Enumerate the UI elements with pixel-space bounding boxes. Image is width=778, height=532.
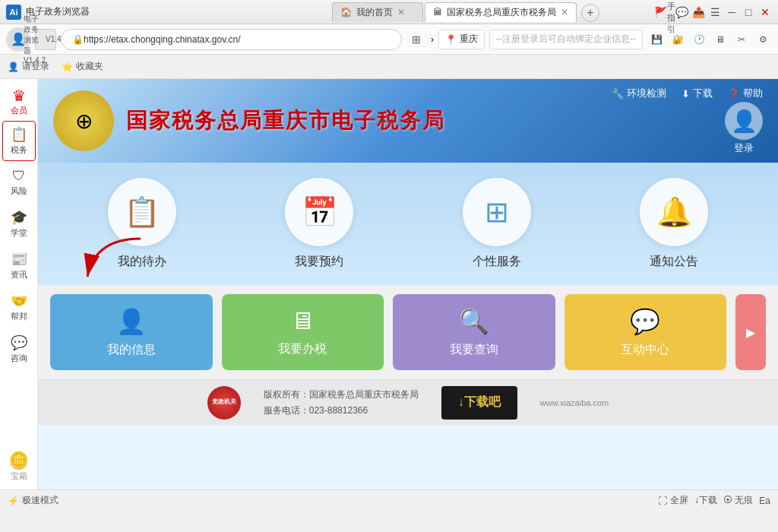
download-status-btn[interactable]: ↓下载 — [694, 494, 717, 507]
tab-home[interactable]: 🏠 我的首页 ✕ — [332, 2, 423, 22]
quick-icon-todo[interactable]: 📋 我的待办 — [108, 178, 176, 270]
tile-more[interactable]: ▶ — [735, 294, 766, 370]
tab-home-label: 我的首页 — [356, 6, 393, 19]
interaction-icon: 💬 — [630, 307, 660, 336]
app-icon: Ai — [6, 5, 21, 20]
study-icon: 🎓 — [11, 209, 27, 226]
user-login-area[interactable]: 👤 登录 — [725, 102, 763, 155]
status-bar: ⚡ 极速模式 ⛶ 全屏 ↓下载 ⦿ 无痕 Ea — [0, 489, 778, 511]
user-avatar-circle: 👤 — [725, 102, 763, 140]
tab-home-icon: 🏠 — [340, 7, 352, 17]
tile-query[interactable]: 🔍 我要查询 — [393, 294, 555, 370]
login-btn[interactable]: 👤 请登录 — [8, 60, 49, 73]
menu-btn[interactable]: ☰ — [708, 5, 722, 19]
tile-taxservice[interactable]: 🖥 我要办税 — [222, 294, 384, 370]
favorites-btn[interactable]: ⭐ 收藏夹 — [62, 60, 103, 73]
personal-label: 个性服务 — [473, 254, 521, 270]
footer-download-badge[interactable]: ↓下载吧 — [441, 386, 517, 420]
footer-copyright: 版权所有：国家税务总局重庆市税务局 — [264, 388, 419, 401]
sidebar: ♛ 会员 📋 税务 🛡 风险 🎓 学堂 📰 资讯 🤝 帮邦 💬 咨询 — [0, 79, 38, 489]
download-icon: ⬇ — [682, 88, 690, 100]
consult-icon: 💬 — [11, 334, 27, 351]
download-badge-text: ↓下载吧 — [458, 394, 501, 410]
footer-site: www.xiazaiba.com — [540, 398, 609, 407]
url-input[interactable] — [84, 34, 391, 45]
forward-btn[interactable]: › — [431, 34, 434, 45]
login-label: 登录 — [734, 141, 754, 155]
tab-tax[interactable]: 🏛 国家税务总局重庆市税务局 ✕ — [425, 2, 577, 22]
tab-home-close[interactable]: ✕ — [397, 7, 405, 17]
window-controls: 🚩 新手指引 💬 📤 ☰ ─ □ ✕ — [658, 5, 772, 19]
tabs-container: 🏠 我的首页 ✕ 🏛 国家税务总局重庆市税务局 ✕ + — [332, 2, 658, 22]
sidebar-item-consult[interactable]: 💬 咨询 — [2, 329, 36, 369]
maximize-btn[interactable]: □ — [742, 5, 755, 19]
tab-tax-close[interactable]: ✕ — [561, 7, 568, 17]
share-btn[interactable]: 📤 — [691, 5, 705, 19]
appointment-icon: 📅 — [302, 195, 337, 229]
browser-content: ⊕ 国家税务总局重庆市电子税务局 🔧 环境检测 ⬇ 下载 ❓ 帮助 — [38, 79, 778, 489]
quick-icon-personal[interactable]: ⊞ 个性服务 — [463, 178, 531, 270]
myinfo-icon: 👤 — [116, 307, 147, 336]
tax-icon: 📋 — [11, 126, 27, 143]
sidebar-treasure[interactable]: 🪙 宝箱 — [2, 446, 36, 486]
fullscreen-icon: ⛶ — [658, 496, 667, 506]
sidebar-item-news[interactable]: 📰 资讯 — [2, 245, 36, 286]
personal-circle: ⊞ — [463, 178, 531, 246]
service-tiles: 👤 我的信息 🖥 我要办税 🔍 我要查询 💬 互动中心 ▶ — [38, 285, 778, 379]
todo-circle: 📋 — [108, 178, 176, 246]
no-ads-btn[interactable]: ⦿ 无痕 — [723, 494, 753, 507]
footer-logo: 党政机关 — [207, 386, 241, 420]
site-header-tools: 🔧 环境检测 ⬇ 下载 ❓ 帮助 — [612, 87, 763, 100]
sidebar-item-tax[interactable]: 📋 税务 — [2, 121, 36, 161]
tab-tax-icon: 🏛 — [433, 7, 442, 17]
help-icon: 🤝 — [11, 293, 27, 309]
address-bar: 👤 电子政务浏览器 V1.4.2 V1.4.2 🔒 ⊞ › 📍 重庆 --注册登… — [0, 24, 778, 55]
message-btn[interactable]: 💬 — [675, 5, 688, 19]
toolbar: 👤 请登录 ⭐ 收藏夹 — [0, 55, 778, 79]
title-bar: Ai 电子政务浏览器 🏠 我的首页 ✕ 🏛 国家税务总局重庆市税务局 ✕ + 🚩… — [0, 0, 778, 24]
download-btn[interactable]: ⬇ 下载 — [682, 87, 713, 100]
newuser-btn[interactable]: 🚩 新手指引 — [658, 5, 672, 19]
query-label: 我要查询 — [450, 342, 498, 358]
fullscreen-btn[interactable]: ⛶ 全屏 — [658, 494, 688, 507]
tab-add-button[interactable]: + — [581, 4, 599, 22]
title-bar-left: Ai 电子政务浏览器 — [6, 5, 332, 20]
question-icon: ❓ — [728, 88, 740, 100]
speed-mode-btn[interactable]: ⚡ 极速模式 — [8, 494, 59, 507]
content-area: ⊕ 国家税务总局重庆市电子税务局 🔧 环境检测 ⬇ 下载 ❓ 帮助 — [38, 79, 778, 489]
save-btn[interactable]: 💾 — [647, 30, 666, 49]
myinfo-label: 我的信息 — [107, 342, 156, 358]
scissors-btn[interactable]: ✂ — [732, 30, 751, 49]
sidebar-item-study[interactable]: 🎓 学堂 — [2, 204, 36, 244]
url-bar[interactable]: 🔒 — [61, 29, 402, 50]
monitor-btn[interactable]: 🖥 — [711, 30, 729, 49]
more-icon: ▶ — [746, 325, 755, 340]
footer-phone: 服务电话：023-88812366 — [264, 404, 419, 417]
tile-myinfo[interactable]: 👤 我的信息 — [50, 294, 213, 370]
register-hint: --注册登录后可自动绑定企业信息-- — [489, 30, 643, 49]
location-btn[interactable]: 📍 重庆 — [438, 30, 485, 49]
site-title: 国家税务总局重庆市电子税务局 — [126, 106, 445, 135]
close-btn[interactable]: ✕ — [758, 5, 772, 19]
interaction-label: 互动中心 — [621, 342, 669, 358]
grid-view-btn[interactable]: ⊞ — [406, 30, 426, 49]
help-btn[interactable]: ❓ 帮助 — [728, 87, 763, 100]
settings-btn[interactable]: ⚙ — [754, 30, 772, 49]
quick-icon-notice[interactable]: 🔔 通知公告 — [640, 178, 708, 270]
flag-icon: 🚩 — [654, 6, 667, 18]
clock-btn[interactable]: 🕐 — [690, 30, 708, 49]
tile-interaction[interactable]: 💬 互动中心 — [565, 294, 727, 370]
wrench-icon: 🔧 — [612, 88, 624, 100]
appointment-circle: 📅 — [285, 178, 353, 246]
sidebar-item-help[interactable]: 🤝 帮邦 — [2, 287, 36, 328]
nav-version: 电子政务浏览器 V1.4.2 V1.4.2 — [35, 29, 56, 50]
sidebar-item-risk[interactable]: 🛡 风险 — [2, 163, 36, 202]
quick-icon-appointment[interactable]: 📅 我要预约 — [285, 178, 353, 270]
location-label: 重庆 — [460, 33, 478, 46]
env-check-btn[interactable]: 🔧 环境检测 — [612, 87, 666, 100]
lock-btn[interactable]: 🔐 — [669, 30, 687, 49]
sidebar-member: ♛ 会员 — [2, 84, 36, 119]
star-icon: ⭐ — [62, 62, 73, 72]
appointment-label: 我要预约 — [295, 254, 343, 270]
minimize-btn[interactable]: ─ — [725, 5, 738, 19]
